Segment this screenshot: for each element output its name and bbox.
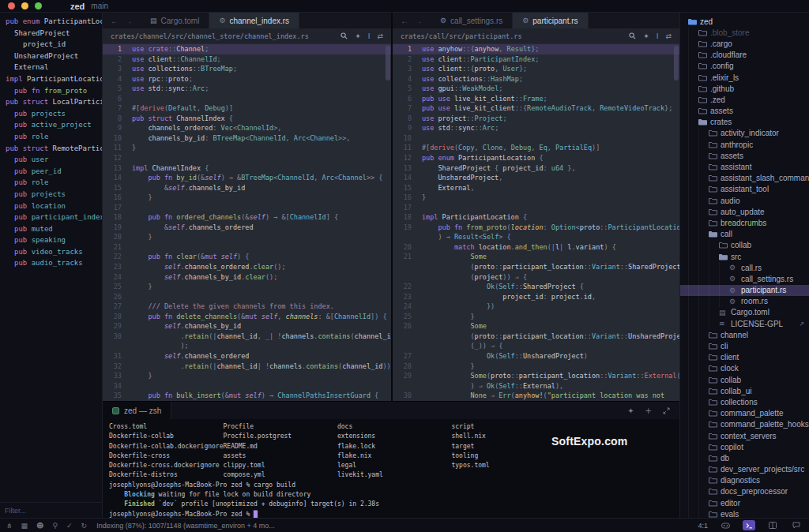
tree-item-.elixir_ls[interactable]: .elixir_ls	[680, 72, 809, 83]
tab-call_settings.rs[interactable]: ⚙call_settings.rs	[431, 13, 513, 28]
tree-item-anthropic[interactable]: anthropic	[680, 139, 809, 150]
tree-item-.blob_store[interactable]: .blob_store	[680, 27, 809, 38]
tree-item-.config[interactable]: .config	[680, 61, 809, 72]
code-line[interactable]: 8use project::Project;	[393, 114, 679, 124]
code-line[interactable]: 7pub use live_kit_client::{RemoteAudioTr…	[393, 103, 679, 114]
terminal-output[interactable]: Cross.toml Procfile docs scriptDockerfil…	[103, 419, 679, 518]
code-line[interactable]: 10	[393, 133, 679, 144]
outline-item[interactable]: pub struct LocalParticipant	[0, 96, 102, 108]
code-line[interactable]: 15 &self.channels_by_id	[103, 183, 391, 193]
code-line[interactable]: 33 }	[103, 371, 391, 381]
collab-people-icon[interactable]: ☻	[36, 522, 43, 530]
tree-item-cli[interactable]: cli	[680, 340, 809, 351]
search-icon[interactable]	[341, 32, 348, 39]
code-line[interactable]: 25 }	[103, 282, 391, 292]
tree-item-channel[interactable]: channel	[680, 329, 809, 340]
outline-item[interactable]: SharedProject	[0, 28, 102, 39]
code-line[interactable]: 20 match location.and_then(|l| l.variant…	[393, 242, 679, 253]
code-line[interactable]: 24 self.channels_by_id.clear();	[103, 272, 391, 283]
outline-item[interactable]: impl ParticipantLocation	[0, 73, 102, 85]
code-line[interactable]: 23 self.channels_ordered.clear();	[103, 262, 391, 272]
tree-item-audio[interactable]: audio	[680, 195, 809, 206]
tab-Cargo.toml[interactable]: ▤Cargo.toml	[141, 13, 209, 28]
code-line[interactable]: 30 None ⇒ Err(anyhow!("participant locat…	[393, 391, 679, 401]
code-line[interactable]: 28 }	[393, 362, 679, 372]
outline-item[interactable]: pub enum ParticipantLocation	[0, 16, 102, 28]
terminal-toggle-icon[interactable]	[743, 520, 755, 530]
tree-item-call[interactable]: call	[680, 229, 809, 240]
outline-item[interactable]: pub audio_tracks	[0, 257, 102, 269]
code-line[interactable]: 1use crate::Channel;	[103, 44, 391, 54]
tree-item-participant.rs[interactable]: ⚙participant.rs	[680, 285, 809, 296]
outline-item[interactable]: UnsharedProject	[0, 51, 102, 62]
search-icon[interactable]	[629, 32, 636, 39]
tab-participant.rs[interactable]: ⚙participant.rs	[513, 13, 588, 28]
tree-item-.cargo[interactable]: .cargo	[680, 38, 809, 49]
code-line[interactable]: 18 pub fn ordered_channels(&self) → &[Ch…	[103, 212, 391, 223]
code-line[interactable]: 5use gpui::WeakModel;	[393, 84, 679, 94]
code-line[interactable]: 4use collections::HashMap;	[393, 74, 679, 84]
code-line[interactable]: 19 &self.channels_ordered	[103, 223, 391, 233]
tree-item-clock[interactable]: clock	[680, 363, 809, 374]
code-line[interactable]: 17	[393, 203, 679, 213]
code-line[interactable]: 27 Ok(Self::UnsharedProject)	[393, 351, 679, 362]
outline-item[interactable]: pub struct RemoteParticipant	[0, 143, 102, 155]
tab-channel_index.rs[interactable]: ⚙channel_index.rs	[209, 13, 299, 28]
code-line[interactable]: 13impl ChannelIndex {	[103, 163, 391, 174]
code-line[interactable]: 26	[103, 292, 391, 302]
tree-item-docs_preprocessor[interactable]: docs_preprocessor	[680, 486, 809, 497]
tree-item-dev_server_projects/src[interactable]: dev_server_projects/src	[680, 464, 809, 475]
tree-item-collab[interactable]: collab	[680, 374, 809, 385]
close-window-icon[interactable]	[8, 2, 15, 9]
nav-forward-icon[interactable]: →	[415, 17, 423, 25]
text-cursor-icon[interactable]: I	[368, 32, 371, 40]
code-line[interactable]: 19 pub fn from_proto(location: Option<pr…	[393, 223, 679, 233]
breadcrumb[interactable]: crates/call/src/participant.rs	[401, 32, 522, 40]
code-line[interactable]: 1use anyhow::{anyhow, Result};	[393, 44, 679, 54]
tree-item-Cargo.toml[interactable]: ▤Cargo.toml	[680, 307, 809, 318]
inline-assist-icon[interactable]: ✦	[355, 32, 361, 40]
code-line[interactable]: 29 Some(proto::participant_location::Var…	[393, 371, 679, 381]
code-line[interactable]: 24 })	[393, 302, 679, 312]
code-line[interactable]: 7#[derive(Default, Debug)]	[103, 103, 391, 114]
mic-icon[interactable]: ⚲	[52, 522, 58, 530]
code-line[interactable]: 5use std::sync::Arc;	[103, 84, 391, 94]
panels-icon[interactable]: ▦	[21, 522, 28, 530]
cursor-position[interactable]: 4:1	[698, 522, 708, 530]
right-code-editor[interactable]: 1use anyhow::{anyhow, Result};2use clien…	[393, 43, 679, 401]
editor-controls-icon[interactable]: ⇄	[665, 32, 672, 40]
outline-item[interactable]: pub peer_id	[0, 166, 102, 178]
code-line[interactable]: 14 UnsharedProject,	[393, 173, 679, 183]
code-line[interactable]: 17	[103, 203, 391, 213]
code-line[interactable]: 21	[103, 242, 391, 253]
code-line[interactable]: 21 Some	[393, 252, 679, 262]
code-line[interactable]: ) → Result<Self> {	[393, 232, 679, 242]
tree-item-assets[interactable]: assets	[680, 150, 809, 161]
inline-assist-icon[interactable]: ✦	[627, 406, 634, 415]
tree-item-auto_update[interactable]: auto_update	[680, 206, 809, 217]
copilot-icon[interactable]	[719, 520, 732, 530]
tree-item-db[interactable]: db	[680, 452, 809, 463]
diagnostics-check-icon[interactable]: ✓	[66, 522, 73, 530]
terminal-tab[interactable]: zed — zsh	[103, 402, 171, 419]
code-line[interactable]: 6pub use live_kit_client::Frame;	[393, 94, 679, 104]
code-line[interactable]: 18impl ParticipantLocation {	[393, 212, 679, 223]
code-line[interactable]: 27 /// Delete the given channels from th…	[103, 302, 391, 312]
code-line[interactable]: 28 pub fn delete_channels(&mut self, cha…	[103, 312, 391, 322]
tree-item-copilot[interactable]: copilot	[680, 441, 809, 452]
left-scrollbar-thumb[interactable]	[386, 46, 390, 81]
text-cursor-icon[interactable]: I	[657, 32, 659, 40]
outline-item[interactable]: pub active_project	[0, 119, 102, 131]
tree-item-assistant_tool[interactable]: assistant_tool	[680, 184, 809, 195]
nav-forward-icon[interactable]: →	[125, 17, 133, 25]
code-line[interactable]: 3use client::{proto, User};	[393, 64, 679, 74]
tree-item-call.rs[interactable]: ⚙call.rs	[680, 262, 809, 273]
code-line[interactable]: );	[103, 341, 391, 351]
right-scrollbar-thumb[interactable]	[674, 46, 679, 81]
tree-item-diagnostics[interactable]: diagnostics	[680, 475, 809, 486]
tree-item-src[interactable]: src	[680, 251, 809, 262]
nav-back-icon[interactable]: ←	[401, 17, 408, 25]
tree-item-assets[interactable]: assets	[680, 106, 809, 117]
chat-panel-icon[interactable]	[790, 520, 803, 530]
code-line[interactable]: 26 Some	[393, 321, 679, 332]
